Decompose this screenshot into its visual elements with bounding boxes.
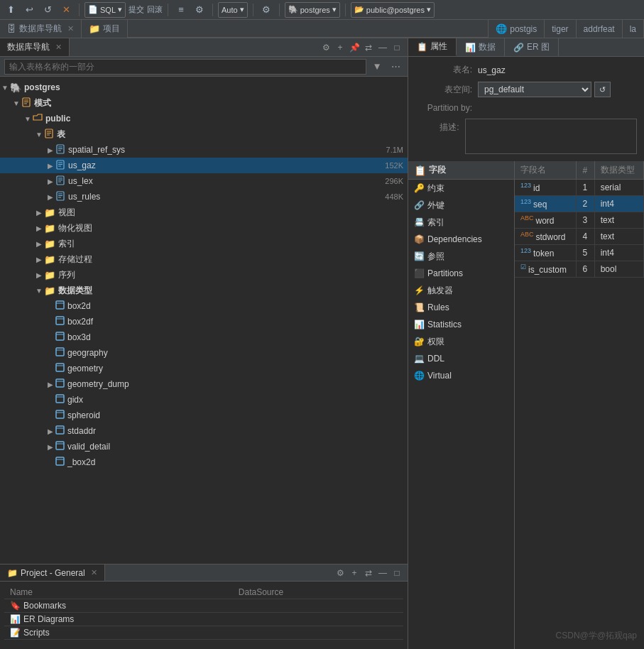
col-fieldname: 字段名 bbox=[515, 161, 577, 180]
right-tab-properties[interactable]: 📋 属性 bbox=[408, 38, 457, 56]
toolbar-back-btn[interactable]: ↩ bbox=[21, 2, 37, 18]
table-row[interactable]: 123seq2int4 bbox=[515, 196, 644, 212]
table-row[interactable]: ABCstdword4text bbox=[515, 229, 644, 245]
left-tab-db-nav[interactable]: 数据库导航 ✕ bbox=[0, 38, 70, 56]
tree-node-seq-root[interactable]: ▶📁序列 bbox=[0, 267, 408, 283]
schema-dropdown[interactable]: 📂 public@postgres ▾ bbox=[351, 2, 435, 18]
table-row[interactable]: ABCword3text bbox=[515, 212, 644, 229]
tab-tiger[interactable]: tiger bbox=[545, 20, 576, 38]
tree-node-us_lex[interactable]: ▶us_lex296K bbox=[0, 173, 408, 189]
tree-node-schema-root[interactable]: ▼模式 bbox=[0, 95, 408, 111]
tablename-label: 表名: bbox=[415, 64, 472, 76]
gear-icon[interactable]: ⚙ bbox=[192, 2, 207, 18]
right-tab-er[interactable]: 🔗 ER 图 bbox=[505, 38, 559, 56]
tablespace-select[interactable]: pg_default bbox=[478, 82, 591, 97]
desc-textarea[interactable] bbox=[465, 119, 637, 154]
left-pin-btn[interactable]: 📌 bbox=[348, 41, 361, 54]
tree-node-valid_detail[interactable]: ▶valid_detail bbox=[0, 439, 408, 454]
tree-node-spatial_ref_sys[interactable]: ▶spatial_ref_sys7.1M bbox=[0, 142, 408, 158]
search-input[interactable] bbox=[4, 59, 366, 75]
search-more-btn[interactable]: ⋯ bbox=[388, 59, 403, 75]
bottom-settings-btn[interactable]: ⚙ bbox=[334, 567, 346, 579]
bottom-minimize-btn[interactable]: — bbox=[376, 567, 389, 579]
rollback-btn[interactable]: 回滚 bbox=[147, 2, 163, 18]
sidebar-item-ddl[interactable]: 💻DDL bbox=[408, 350, 514, 367]
sidebar-item-triggers[interactable]: ⚡触发器 bbox=[408, 282, 514, 299]
list-item[interactable]: 🔖Bookmarks bbox=[4, 599, 403, 613]
left-tab-db-nav-close[interactable]: ✕ bbox=[55, 43, 62, 52]
left-minimize-btn[interactable]: — bbox=[376, 41, 389, 54]
auto-dropdown[interactable]: Auto ▾ bbox=[218, 2, 248, 18]
tree-node-stdaddr[interactable]: ▶stdaddr bbox=[0, 423, 408, 439]
sidebar-item-permissions[interactable]: 🔐权限 bbox=[408, 333, 514, 350]
tree-node-box2d[interactable]: box2d bbox=[0, 298, 408, 314]
list-item[interactable]: 📊ER Diagrams bbox=[4, 613, 403, 626]
sidebar-item-rules[interactable]: 📜Rules bbox=[408, 299, 514, 316]
tree-node-public-root[interactable]: ▼public bbox=[0, 111, 408, 126]
db-dropdown[interactable]: 🐘 postgres ▾ bbox=[285, 2, 340, 18]
menu-btn[interactable]: ≡ bbox=[173, 2, 189, 18]
sidebar-item-dependencies[interactable]: 📦Dependencies bbox=[408, 231, 514, 248]
sidebar-item-statistics[interactable]: 📊Statistics bbox=[408, 316, 514, 333]
fields-grid[interactable]: 字段名 # 数据类型 123id1serial123seq2int4ABCwor… bbox=[515, 161, 644, 649]
tree-node-geography[interactable]: geography bbox=[0, 345, 408, 361]
tab-project[interactable]: 📁 项目 bbox=[82, 20, 128, 38]
tree-node-box2df[interactable]: box2df bbox=[0, 314, 408, 329]
tab-postgis[interactable]: 🌐 postgis bbox=[488, 20, 545, 38]
left-settings-btn[interactable]: ⚙ bbox=[320, 41, 332, 54]
bottom-add-btn[interactable]: + bbox=[348, 567, 361, 579]
sidebar-item-foreign-keys[interactable]: 🔗外键 bbox=[408, 197, 514, 214]
settings-icon[interactable]: ⚙ bbox=[258, 2, 274, 18]
left-swap-btn[interactable]: ⇄ bbox=[362, 41, 375, 54]
tree-node-geometry[interactable]: geometry bbox=[0, 361, 408, 376]
bottom-maximize-btn[interactable]: □ bbox=[391, 567, 403, 579]
bottom-tab-bar: 📁 Project - General ✕ ⚙ + ⇄ — □ bbox=[0, 565, 408, 582]
tree-arrow: ▶ bbox=[34, 256, 44, 263]
tree-label-us_rules: us_rules bbox=[68, 192, 385, 202]
tree-node-postgres-root[interactable]: ▼🐘postgres bbox=[0, 80, 408, 95]
list-item[interactable]: 📝Scripts bbox=[4, 626, 403, 640]
tree-node-us_gaz[interactable]: ▶us_gaz152K bbox=[0, 158, 408, 173]
sidebar-item-virtual[interactable]: 🌐Virtual bbox=[408, 367, 514, 384]
tab-db-nav[interactable]: 🗄 数据库导航 ✕ bbox=[0, 20, 82, 38]
toolbar-cancel-btn[interactable]: ✕ bbox=[58, 2, 74, 18]
tree-node-geometry_dump[interactable]: ▶geometry_dump bbox=[0, 376, 408, 392]
bottom-tab-close[interactable]: ✕ bbox=[91, 568, 97, 577]
tree-node-_box2d[interactable]: _box2d bbox=[0, 454, 408, 470]
sidebar-item-partitions[interactable]: ⬛Partitions bbox=[408, 265, 514, 282]
filter-btn[interactable]: ▼ bbox=[369, 59, 385, 75]
table-row[interactable]: 123id1serial bbox=[515, 180, 644, 196]
tablespace-refresh-btn[interactable]: ↺ bbox=[594, 82, 611, 97]
submit-btn[interactable]: 提交 bbox=[129, 2, 144, 18]
tree-node-us_rules[interactable]: ▶us_rules448K bbox=[0, 189, 408, 204]
tree-node-spheroid[interactable]: spheroid bbox=[0, 408, 408, 423]
tree-node-gidx[interactable]: gidx bbox=[0, 392, 408, 408]
sidebar-item-constraints[interactable]: 🔑约束 bbox=[408, 180, 514, 197]
toolbar-up-btn[interactable]: ⬆ bbox=[3, 2, 18, 18]
toolbar-refresh-btn[interactable]: ↺ bbox=[40, 2, 55, 18]
tree-node-box3d[interactable]: box3d bbox=[0, 329, 408, 345]
tree-node-index-root[interactable]: ▶📁索引 bbox=[0, 236, 408, 251]
bottom-swap-btn[interactable]: ⇄ bbox=[362, 567, 375, 579]
field-name-cell: ABCword bbox=[515, 212, 577, 229]
tab-db-nav-close[interactable]: ✕ bbox=[67, 24, 74, 33]
tree-arrow: ▼ bbox=[34, 287, 44, 295]
tree-node-materialized-root[interactable]: ▶📁物化视图 bbox=[0, 220, 408, 236]
sidebar-item-indexes[interactable]: 📇索引 bbox=[408, 214, 514, 231]
left-add-btn[interactable]: + bbox=[334, 41, 346, 54]
tree-node-table-root[interactable]: ▼表 bbox=[0, 126, 408, 142]
tree-node-datatype-root[interactable]: ▼📁数据类型 bbox=[0, 283, 408, 298]
tab-la[interactable]: la bbox=[623, 20, 644, 38]
tree-node-view-root[interactable]: ▶📁视图 bbox=[0, 204, 408, 220]
left-maximize-btn[interactable]: □ bbox=[391, 41, 403, 54]
tree-arrow: ▶ bbox=[34, 224, 44, 232]
tab-addrfeat[interactable]: addrfeat bbox=[577, 20, 623, 38]
tree-node-proc-root[interactable]: ▶📁存储过程 bbox=[0, 251, 408, 267]
sidebar-item-references[interactable]: 🔄参照 bbox=[408, 248, 514, 265]
table-row[interactable]: ☑is_custom6bool bbox=[515, 261, 644, 278]
bottom-tab-project[interactable]: 📁 Project - General ✕ bbox=[0, 565, 105, 581]
tree-area[interactable]: ▼🐘postgres▼模式▼public▼表▶spatial_ref_sys7.… bbox=[0, 77, 408, 564]
sql-dropdown[interactable]: 📄 SQL ▾ bbox=[84, 2, 126, 18]
right-tab-data[interactable]: 📊 数据 bbox=[457, 38, 505, 56]
table-row[interactable]: 123token5int4 bbox=[515, 245, 644, 261]
